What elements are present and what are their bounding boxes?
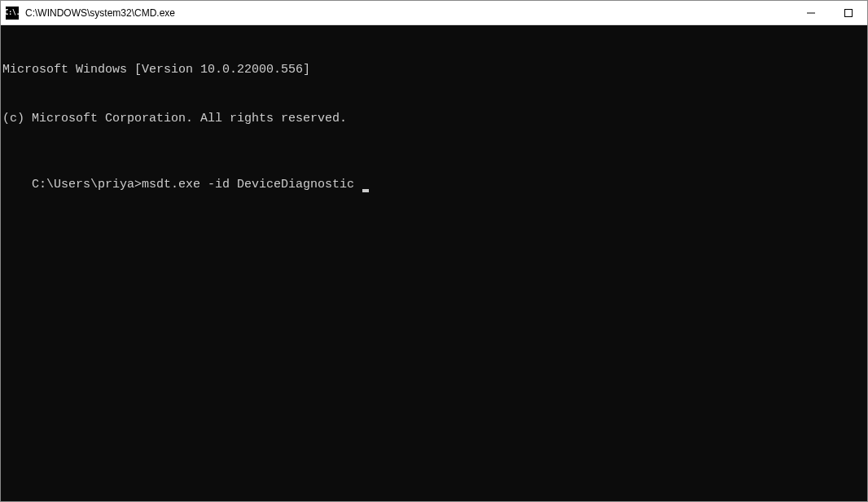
copyright-line: (c) Microsoft Corporation. All rights re…	[2, 111, 866, 127]
cursor	[362, 189, 369, 192]
svg-rect-1	[845, 9, 853, 16]
maximize-button[interactable]	[830, 1, 867, 24]
cmd-icon: C:\.	[6, 7, 19, 20]
window-title: C:\WINDOWS\system32\CMD.exe	[25, 7, 792, 19]
window-controls	[792, 1, 867, 24]
minimize-icon	[807, 9, 815, 17]
prompt-text: C:\Users\priya>	[32, 178, 142, 192]
minimize-button[interactable]	[792, 1, 830, 24]
terminal-output[interactable]: Microsoft Windows [Version 10.0.22000.55…	[1, 25, 867, 501]
command-line: C:\Users\priya>msdt.exe -id DeviceDiagno…	[32, 178, 369, 192]
maximize-icon	[844, 9, 853, 17]
command-text: msdt.exe -id DeviceDiagnostic	[142, 178, 362, 192]
version-line: Microsoft Windows [Version 10.0.22000.55…	[2, 62, 866, 78]
titlebar[interactable]: C:\. C:\WINDOWS\system32\CMD.exe	[1, 1, 867, 25]
cmd-icon-text: C:\.	[4, 10, 20, 16]
cmd-window: C:\. C:\WINDOWS\system32\CMD.exe Microso…	[0, 0, 868, 502]
